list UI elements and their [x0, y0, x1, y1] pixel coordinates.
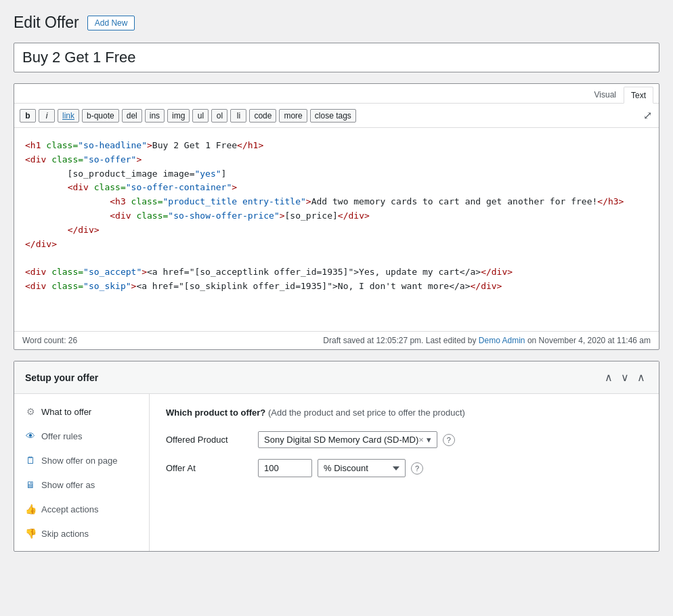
nav-item-what-to-offer[interactable]: ⚙ What to offer [14, 399, 149, 424]
page-header: Edit Offer Add New [14, 14, 659, 32]
save-status: Draft saved at 12:05:27 pm. Last edited … [323, 336, 651, 345]
offer-at-controls: % Discount Fixed Discount Fixed Price ? [258, 459, 643, 477]
setup-down-button[interactable]: ∨ [618, 370, 632, 385]
nav-label-accept-actions: Accept actions [41, 504, 99, 514]
toolbar-more[interactable]: more [279, 109, 307, 123]
code-editor[interactable]: <h1 class="so-headline">Buy 2 Get 1 Free… [14, 128, 659, 331]
editor-toolbar: b i link b-quote del ins img ul ol li co… [14, 104, 659, 128]
nav-label-what-to-offer: What to offer [41, 407, 91, 417]
setup-body: ⚙ What to offer 👁 Offer rules 🗒 Show off… [14, 394, 659, 551]
setup-panel: Setup your offer ∧ ∨ ∧ ⚙ What to offer 👁… [14, 361, 659, 552]
toolbar-del[interactable]: del [122, 109, 142, 123]
product-help-icon[interactable]: ? [443, 434, 455, 446]
toolbar-code[interactable]: code [249, 109, 276, 123]
editor-footer: Word count: 26 Draft saved at 12:05:27 p… [14, 331, 659, 349]
toolbar-close-tags[interactable]: close tags [310, 109, 356, 123]
add-new-button[interactable]: Add New [87, 16, 135, 30]
offer-at-label: Offer At [166, 463, 247, 473]
nav-label-offer-rules: Offer rules [41, 431, 82, 441]
content-heading-strong: Which product to offer? [166, 408, 265, 418]
setup-up-button[interactable]: ∧ [602, 370, 615, 385]
discount-select[interactable]: % Discount Fixed Discount Fixed Price [318, 459, 406, 477]
nav-item-offer-rules[interactable]: 👁 Offer rules [14, 424, 149, 448]
offered-product-label: Offered Product [166, 435, 247, 445]
gear-icon: ⚙ [25, 406, 36, 417]
nav-label-show-offer-as: Show offer as [41, 480, 95, 490]
offer-at-row: Offer At % Discount Fixed Discount Fixed… [166, 459, 643, 477]
offered-product-row: Offered Product Sony Digital SD Memory C… [166, 431, 643, 448]
setup-header: Setup your offer ∧ ∨ ∧ [14, 361, 659, 394]
nav-label-skip-actions: Skip actions [41, 529, 89, 539]
word-count: Word count: 26 [22, 336, 77, 345]
toolbar-ins[interactable]: ins [145, 109, 165, 123]
toolbar-link[interactable]: link [58, 109, 79, 123]
tab-visual[interactable]: Visual [587, 87, 624, 103]
content-heading: Which product to offer? (Add the product… [166, 408, 643, 418]
setup-nav: ⚙ What to offer 👁 Offer rules 🗒 Show off… [14, 394, 150, 551]
toolbar-italic[interactable]: i [39, 109, 55, 123]
thumbs-up-icon: 👍 [25, 504, 36, 514]
toolbar-li[interactable]: li [230, 109, 246, 123]
editor-tabs: Visual Text [14, 84, 659, 104]
page-title: Edit Offer [14, 14, 79, 32]
expand-button[interactable]: ⤢ [642, 108, 653, 123]
nav-item-accept-actions[interactable]: 👍 Accept actions [14, 497, 149, 521]
toolbar-bquote[interactable]: b-quote [82, 109, 119, 123]
toolbar-ul[interactable]: ul [192, 109, 209, 123]
setup-collapse-button[interactable]: ∧ [634, 370, 648, 385]
nav-item-show-offer-on-page[interactable]: 🗒 Show offer on page [14, 448, 149, 472]
toolbar-bold[interactable]: b [20, 109, 36, 123]
editor-link[interactable]: Demo Admin [479, 336, 525, 345]
product-name: Sony Digital SD Memory Card (SD-MD) [264, 435, 418, 445]
thumbs-down-icon: 👎 [25, 528, 36, 539]
nav-item-skip-actions[interactable]: 👎 Skip actions [14, 521, 149, 546]
offered-product-controls: Sony Digital SD Memory Card (SD-MD) × ▾ … [258, 431, 643, 448]
product-select[interactable]: Sony Digital SD Memory Card (SD-MD) × ▾ [258, 431, 437, 448]
select-arrow-icon: ▾ [427, 435, 431, 445]
content-heading-sub: (Add the product and set price to offer … [268, 408, 465, 418]
offer-at-help-icon[interactable]: ? [411, 462, 423, 475]
setup-title: Setup your offer [25, 372, 98, 383]
tab-text[interactable]: Text [624, 87, 653, 104]
nav-label-show-offer-on-page: Show offer on page [41, 456, 118, 466]
eye-icon: 👁 [25, 431, 36, 441]
setup-content: Which product to offer? (Add the product… [150, 394, 659, 551]
offer-at-input[interactable] [258, 459, 312, 477]
toolbar-ol[interactable]: ol [211, 109, 227, 123]
setup-controls: ∧ ∨ ∧ [602, 370, 648, 385]
editor-area: Visual Text b i link b-quote del ins img… [14, 83, 659, 350]
toolbar-img[interactable]: img [167, 109, 190, 123]
monitor-icon: 🖥 [25, 479, 36, 490]
remove-product-button[interactable]: × [418, 435, 424, 445]
offer-title-input[interactable] [22, 49, 651, 66]
title-wrapper [14, 43, 659, 72]
nav-item-show-offer-as[interactable]: 🖥 Show offer as [14, 472, 149, 497]
page-icon: 🗒 [25, 455, 36, 466]
